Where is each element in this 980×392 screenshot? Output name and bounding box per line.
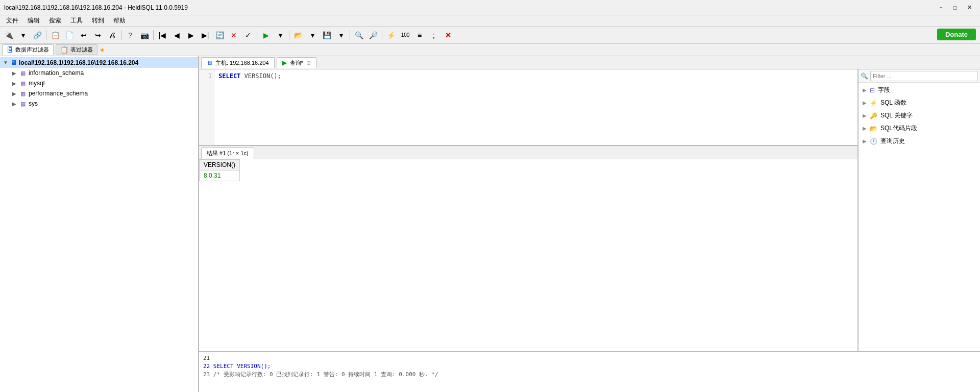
table-filter-icon: 📋 (60, 46, 68, 54)
host-tab-label: 主机: 192.168.16.204 (215, 59, 269, 67)
snippet-list: ▶ ⊟ 字段 ▶ ⚡ SQL 函数 ▶ 🔑 SQL 关键字 (859, 83, 980, 351)
snippet-item-1[interactable]: ▶ ⚡ SQL 函数 (859, 96, 980, 109)
tree-item-0[interactable]: ▶ ▦ information_schema (0, 68, 198, 78)
menu-file[interactable]: 文件 (2, 15, 22, 26)
tree-expand-3: ▶ (12, 101, 17, 107)
query-tab[interactable]: ▶ 查询* ⊙ (277, 57, 316, 68)
db-filter-label: 数据库过滤器 (15, 46, 49, 54)
tb-run[interactable]: ▶ (259, 29, 273, 42)
snippet-item-3[interactable]: ▶ 📂 SQL代码片段 (859, 122, 980, 135)
close-button[interactable]: ✕ (963, 3, 976, 13)
tree-root[interactable]: ▼ 🖥 local\192.168.1\192.168.16\192.168.1… (0, 57, 198, 68)
db-icon-1: ▦ (19, 80, 27, 87)
tb-redo[interactable]: ↪ (91, 29, 105, 42)
snippet-icon-1: ⚡ (870, 100, 877, 107)
tb-separator-4 (257, 30, 257, 40)
result-table: VERSION() 8.0.31 (199, 159, 240, 181)
snippet-item-0[interactable]: ▶ ⊟ 字段 (859, 84, 980, 96)
db-filter-tab[interactable]: 🗄 数据库过滤器 (2, 44, 54, 55)
menu-goto[interactable]: 转到 (88, 15, 108, 26)
tb-save-arrow[interactable]: ▾ (334, 29, 348, 42)
tb-warning[interactable]: ⚡ (384, 29, 398, 42)
host-tab[interactable]: 🖥 主机: 192.168.16.204 (201, 57, 275, 68)
tb-stop[interactable]: ✕ (227, 29, 240, 42)
donate-button[interactable]: Donate (937, 29, 976, 40)
menu-bar: 文件 编辑 搜索 工具 转到 帮助 (0, 15, 980, 27)
tree-item-label-0: information_schema (29, 69, 84, 77)
snippet-arrow-2: ▶ (863, 113, 867, 118)
snippet-label-1: SQL 函数 (880, 99, 906, 107)
tb-undo[interactable]: ↩ (77, 29, 90, 42)
menu-search[interactable]: 搜索 (45, 15, 65, 26)
log-line-1: 22 SELECT VERSION(); (203, 362, 976, 371)
sql-content[interactable]: SELECT VERSION(); (214, 69, 857, 145)
tb-run-arrow[interactable]: ▾ (274, 29, 287, 42)
title-bar: local\192.168.1\192.168.16\192.168.16.20… (0, 0, 980, 15)
tree-item-2[interactable]: ▶ ▦ performance_schema (0, 88, 198, 99)
tree-expand-0: ▶ (12, 70, 17, 76)
tb-new-conn[interactable]: 🔌 (2, 29, 15, 42)
tb-check[interactable]: ✓ (241, 29, 255, 42)
tree-item-1[interactable]: ▶ ▦ mysql (0, 78, 198, 88)
snippet-filter: 🔍 (859, 69, 980, 83)
tree-root-arrow: ▼ (3, 60, 8, 65)
snippet-label-0: 字段 (878, 86, 890, 94)
window-controls: － □ ✕ (934, 3, 976, 13)
main-layout: ▼ 🖥 local\192.168.1\192.168.16\192.168.1… (0, 56, 980, 392)
tb-separator-5 (289, 30, 289, 40)
snippet-label-2: SQL 关键字 (880, 111, 913, 120)
table-filter-label: 表过滤器 (70, 46, 93, 54)
snippet-item-4[interactable]: ▶ 🕐 查询历史 (859, 135, 980, 148)
db-icon-0: ▦ (19, 69, 27, 77)
minimize-button[interactable]: － (934, 3, 947, 13)
sql-area: 1 SELECT VERSION(); 结果 #1 (1r × 1c) (199, 69, 857, 351)
tb-search2[interactable]: 🔎 (366, 29, 380, 42)
tb-close-x[interactable]: ✕ (442, 29, 455, 42)
status-log: 21 22 SELECT VERSION(); 23 /* 受影响记录行数: 0… (199, 351, 980, 392)
tb-save[interactable]: 💾 (320, 29, 333, 42)
star-icon: ★ (100, 46, 105, 54)
tb-disconnect[interactable]: 🔗 (31, 29, 44, 42)
refresh-tab-icon: ⊙ (306, 60, 311, 66)
snippet-item-2[interactable]: ▶ 🔑 SQL 关键字 (859, 109, 980, 122)
tb-first[interactable]: |◀ (156, 29, 169, 42)
result-col-version: VERSION() (200, 160, 240, 170)
maximize-button[interactable]: □ (948, 3, 962, 13)
host-tab-icon: 🖥 (207, 60, 212, 66)
tb-open[interactable]: 📂 (291, 29, 305, 42)
title-text: local\192.168.1\192.168.16\192.168.16.20… (4, 4, 188, 11)
tb-copy[interactable]: 📋 (48, 29, 62, 42)
tb-print[interactable]: 🖨 (106, 29, 119, 42)
table-filter-tab[interactable]: 📋 表过滤器 (56, 44, 97, 55)
snippet-icon-2: 🔑 (870, 112, 877, 119)
menu-edit[interactable]: 编辑 (23, 15, 44, 26)
snippet-arrow-0: ▶ (863, 87, 867, 93)
tb-arrow-down[interactable]: ▾ (16, 29, 30, 42)
snippet-filter-input[interactable] (870, 71, 978, 81)
result-table-area[interactable]: VERSION() 8.0.31 (199, 159, 857, 351)
tb-open-arrow[interactable]: ▾ (306, 29, 319, 42)
menu-help[interactable]: 帮助 (109, 15, 130, 26)
tree-item-label-2: performance_schema (29, 90, 88, 97)
tb-search[interactable]: 🔍 (352, 29, 365, 42)
tb-prev[interactable]: ◀ (170, 29, 183, 42)
tb-help[interactable]: ? (124, 29, 137, 42)
tb-photo[interactable]: 📷 (138, 29, 151, 42)
tb-semicolon[interactable]: ; (427, 29, 440, 42)
sql-editor: 1 SELECT VERSION(); (199, 69, 857, 146)
result-tab-1-label: 结果 #1 (1r × 1c) (207, 150, 249, 156)
menu-tools[interactable]: 工具 (66, 15, 87, 26)
tb-list[interactable]: ≡ (413, 29, 426, 42)
left-panel: ▼ 🖥 local\192.168.1\192.168.16\192.168.1… (0, 56, 199, 392)
snippet-panel: 🔍 ▶ ⊟ 字段 ▶ ⚡ SQL 函数 ▶ (857, 69, 980, 351)
tb-paste[interactable]: 📄 (63, 29, 76, 42)
sql-func-version: VERSION(); (244, 72, 281, 80)
tree-item-3[interactable]: ▶ ▦ sys (0, 99, 198, 109)
tree-expand-2: ▶ (12, 91, 17, 96)
tb-next[interactable]: ▶ (184, 29, 198, 42)
db-icon-3: ▦ (19, 100, 27, 107)
tb-last[interactable]: ▶| (199, 29, 212, 42)
tb-counter[interactable]: 100 (399, 29, 412, 42)
result-tab-1[interactable]: 结果 #1 (1r × 1c) (201, 148, 254, 159)
tb-refresh[interactable]: 🔄 (213, 29, 226, 42)
